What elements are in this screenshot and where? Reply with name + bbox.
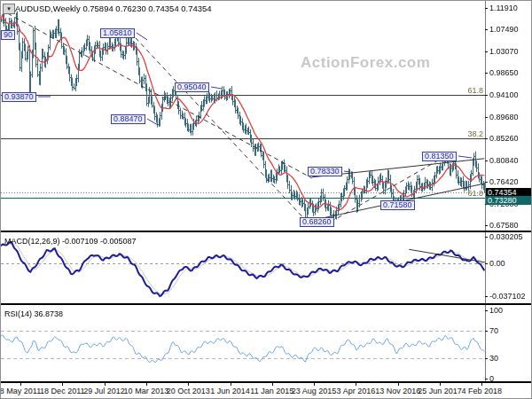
- date-axis-tick: [356, 383, 356, 386]
- swing-price-label[interactable]: 0.68260: [300, 217, 334, 227]
- date-axis-label: 20 Oct 2013: [167, 387, 210, 395]
- swing-price-label[interactable]: 90: [1, 30, 15, 40]
- date-axis-tick: [398, 383, 399, 386]
- price-axis-label: 0.80840: [489, 156, 519, 165]
- panel-separator[interactable]: [1, 231, 532, 232]
- fib-ratio-label: 61.8: [467, 86, 483, 95]
- macd-axis-label: 0.030205: [489, 232, 523, 241]
- swing-price-label[interactable]: 0.78330: [308, 167, 342, 176]
- price-axis-label: 0.85260: [489, 134, 519, 143]
- rsi-plot-canvas[interactable]: [1, 307, 485, 381]
- fib-ratio-label: 38.2: [467, 129, 483, 138]
- panel-separator[interactable]: [1, 303, 532, 305]
- price-axis-label: 0.67580: [489, 221, 519, 230]
- date-axis-label: 8 May 2011: [0, 387, 41, 395]
- swing-price-label[interactable]: 1.05810: [100, 28, 135, 38]
- ohlc-values: 0.75894 0.76230 0.74354 0.74354: [82, 4, 211, 13]
- macd-indicator-label: MACD(12,26,9) -0.007109 -0.005087: [4, 237, 137, 246]
- price-axis-label: 0.94100: [489, 90, 519, 99]
- date-axis-tick: [62, 383, 63, 386]
- swing-price-label[interactable]: 0.81350: [422, 152, 457, 161]
- date-axis-tick: [481, 383, 482, 386]
- date-axis-tick: [146, 383, 147, 386]
- price-axis-label: 1.11910: [489, 4, 518, 12]
- rsi-axis-label: 100: [489, 306, 503, 315]
- rsi-axis-label: 30: [489, 354, 498, 363]
- chart-menu-dropdown-icon[interactable]: ▾: [3, 4, 15, 14]
- date-axis-label: 13 Nov 2016: [375, 387, 420, 395]
- date-axis-label: 10 Mar 2013: [124, 387, 169, 395]
- fib-ratio-label: 61.8: [467, 189, 483, 198]
- date-axis-tick: [20, 383, 21, 386]
- date-axis-tick: [105, 383, 106, 386]
- price-axis-label: 0.98650: [489, 68, 519, 77]
- swing-price-label[interactable]: 0.93870: [2, 92, 36, 102]
- date-axis-label: 18 Dec 2011: [40, 387, 84, 395]
- swing-price-label[interactable]: 0.88470: [111, 114, 145, 124]
- price-axis-label: 1.03070: [489, 47, 519, 56]
- date-axis-label: 3 Apr 2016: [337, 387, 376, 395]
- rsi-indicator-label: RSI(14) 36.8738: [4, 309, 63, 318]
- chart-title: AUDUSD,Weekly 0.75894 0.76230 0.74354 0.…: [15, 4, 212, 13]
- date-axis-label: 29 Jul 2012: [83, 387, 125, 395]
- date-axis-label: 25 Jun 2017: [418, 387, 462, 395]
- date-axis-label: 11 Jan 2015: [250, 387, 293, 395]
- price-axis-label: 0.89680: [489, 113, 519, 121]
- rsi-axis-label: 70: [489, 326, 498, 335]
- date-axis-label: 1 Jun 2014: [210, 387, 250, 395]
- watermark-logo: ActionForex.com: [301, 54, 430, 72]
- symbol-timeframe-label: AUDUSD,Weekly: [15, 4, 81, 13]
- date-axis-label: 4 Feb 2018: [462, 387, 503, 395]
- trading-chart-window: ActionForex.com ▾ AUDUSD,Weekly 0.75894 …: [0, 0, 532, 399]
- date-axis-tick: [231, 383, 231, 386]
- swing-price-label[interactable]: 0.71580: [380, 200, 415, 210]
- time-axis-line: [1, 381, 532, 383]
- date-axis-tick: [272, 383, 273, 386]
- macd-axis-label: -0.037102: [489, 292, 526, 301]
- price-axis-label: 0.76420: [489, 177, 519, 186]
- date-axis-tick: [188, 383, 189, 386]
- date-axis-tick: [314, 383, 315, 386]
- rsi-axis-label: 0: [489, 374, 494, 383]
- date-axis-tick: [440, 383, 441, 386]
- date-axis-label: 23 Aug 2015: [292, 387, 337, 395]
- swing-price-label[interactable]: 0.95040: [175, 82, 209, 92]
- price-plot-canvas[interactable]: [1, 1, 485, 231]
- fib-price-tag: 0.73280: [486, 196, 531, 205]
- macd-axis-label: 0.00: [489, 259, 505, 268]
- price-axis-label: 1.07490: [489, 25, 519, 34]
